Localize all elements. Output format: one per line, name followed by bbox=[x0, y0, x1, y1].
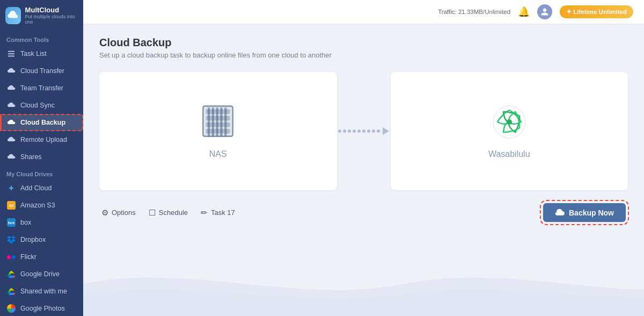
dot6 bbox=[362, 130, 365, 133]
task-button[interactable]: ✏ Task 17 bbox=[201, 208, 235, 218]
shared-with-me-label: Shared with me bbox=[20, 288, 67, 295]
arrow-head bbox=[383, 127, 389, 135]
team-transfer-label: Team Transfer bbox=[20, 84, 63, 92]
sidebar-item-remote-upload[interactable]: Remote Upload bbox=[0, 131, 83, 148]
amazon-s3-label: Amazon S3 bbox=[20, 202, 55, 209]
page-subtitle: Set up a cloud backup task to backup onl… bbox=[99, 51, 628, 59]
dot2 bbox=[343, 130, 346, 133]
topbar: Traffic: 21.33MB/Unlimited 🔔 ✦ Lifetime … bbox=[83, 0, 644, 24]
common-tools-heading: Common Tools bbox=[0, 31, 83, 45]
task-edit-icon: ✏ bbox=[201, 208, 208, 218]
user-avatar[interactable] bbox=[537, 4, 552, 19]
backup-now-cloud-icon bbox=[555, 208, 565, 217]
team-transfer-icon bbox=[6, 83, 16, 93]
sidebar-item-box[interactable]: box box bbox=[0, 214, 83, 231]
remote-upload-icon bbox=[6, 135, 16, 145]
sidebar-item-amazon-s3[interactable]: S3 Amazon S3 bbox=[0, 197, 83, 214]
backup-panels: NAS bbox=[99, 72, 628, 190]
backup-now-button[interactable]: Backup Now bbox=[543, 203, 626, 222]
google-photos-icon bbox=[6, 304, 16, 313]
source-panel[interactable]: NAS bbox=[99, 72, 337, 190]
sidebar-item-task-list[interactable]: Task List bbox=[0, 45, 83, 62]
sidebar-item-cloud-sync[interactable]: Cloud Sync bbox=[0, 97, 83, 114]
cloud-transfer-label: Cloud Transfer bbox=[20, 67, 64, 75]
logo-name: MultCloud bbox=[25, 6, 78, 14]
add-cloud-icon: + bbox=[6, 183, 16, 193]
sidebar-item-shared-with-me[interactable]: Shared with me bbox=[0, 283, 83, 300]
transfer-arrow bbox=[337, 127, 391, 135]
dot5 bbox=[357, 130, 361, 133]
backup-now-label: Backup Now bbox=[569, 209, 614, 217]
schedule-checkbox-icon: ☐ bbox=[149, 208, 156, 218]
shared-with-me-icon bbox=[6, 286, 16, 296]
arrow-dots bbox=[338, 127, 389, 135]
dest-label: Wasabilulu bbox=[488, 149, 530, 159]
backup-toolbar: ⚙ Options ☐ Schedule ✏ Task 17 bbox=[99, 203, 628, 222]
logo-area[interactable]: MultCloud Put multiple clouds into one bbox=[0, 0, 83, 31]
svg-rect-2 bbox=[8, 56, 14, 57]
remote-upload-label: Remote Upload bbox=[20, 136, 67, 143]
options-label: Options bbox=[112, 209, 136, 217]
sidebar-item-flickr[interactable]: Flickr bbox=[0, 248, 83, 265]
svg-rect-12 bbox=[221, 107, 223, 136]
dest-panel[interactable]: Wasabilulu bbox=[391, 72, 628, 190]
dot7 bbox=[367, 130, 370, 133]
lifetime-unlimited-button[interactable]: ✦ Lifetime Unlimited bbox=[560, 5, 633, 18]
logo-text-block: MultCloud Put multiple clouds into one bbox=[25, 6, 78, 25]
sidebar-item-cloud-backup[interactable]: Cloud Backup bbox=[0, 114, 83, 131]
wasabi-dest-icon bbox=[491, 103, 528, 141]
source-label: NAS bbox=[209, 149, 227, 159]
sidebar: MultCloud Put multiple clouds into one C… bbox=[0, 0, 83, 316]
shares-icon bbox=[6, 152, 16, 162]
cloud-sync-icon bbox=[6, 100, 16, 110]
cloud-transfer-icon bbox=[6, 66, 16, 76]
cloud-backup-label: Cloud Backup bbox=[20, 119, 65, 126]
svg-rect-11 bbox=[216, 107, 218, 136]
dot3 bbox=[348, 130, 351, 133]
notification-bell-icon[interactable]: 🔔 bbox=[518, 6, 530, 18]
cloud-sync-label: Cloud Sync bbox=[20, 102, 55, 109]
content-area: Cloud Backup Set up a cloud backup task … bbox=[83, 24, 644, 316]
sidebar-item-dropbox[interactable]: Dropbox bbox=[0, 231, 83, 248]
logo-icon bbox=[5, 7, 21, 24]
task-label: Task 17 bbox=[211, 209, 235, 217]
svg-rect-9 bbox=[208, 107, 210, 136]
options-gear-icon: ⚙ bbox=[101, 208, 108, 218]
google-drive-icon bbox=[6, 269, 16, 279]
google-drive-label: Google Drive bbox=[20, 270, 60, 278]
svg-rect-0 bbox=[8, 51, 14, 52]
svg-point-16 bbox=[507, 119, 512, 125]
cloud-backup-icon bbox=[6, 118, 16, 127]
box-label: box bbox=[20, 219, 31, 226]
flickr-icon bbox=[6, 252, 16, 262]
svg-rect-10 bbox=[212, 107, 214, 136]
sidebar-item-team-transfer[interactable]: Team Transfer bbox=[0, 80, 83, 97]
sidebar-item-add-cloud[interactable]: + Add Cloud bbox=[0, 179, 83, 197]
box-icon: box bbox=[6, 218, 16, 227]
cloud-drives-heading: My Cloud Drives bbox=[0, 166, 83, 179]
dropbox-label: Dropbox bbox=[20, 236, 46, 243]
dot1 bbox=[338, 130, 341, 133]
toolbar-left: ⚙ Options ☐ Schedule ✏ Task 17 bbox=[101, 208, 235, 218]
logo-tagline: Put multiple clouds into one bbox=[25, 14, 78, 25]
main-area: Traffic: 21.33MB/Unlimited 🔔 ✦ Lifetime … bbox=[83, 0, 644, 316]
sidebar-item-google-drive[interactable]: Google Drive bbox=[0, 265, 83, 283]
schedule-button[interactable]: ☐ Schedule bbox=[149, 208, 188, 218]
task-list-icon bbox=[6, 49, 16, 59]
dot9 bbox=[377, 130, 380, 133]
page-title: Cloud Backup bbox=[99, 37, 628, 49]
options-button[interactable]: ⚙ Options bbox=[101, 208, 136, 218]
sidebar-item-cloud-transfer[interactable]: Cloud Transfer bbox=[0, 62, 83, 80]
sidebar-item-google-photos[interactable]: Google Photos bbox=[0, 300, 83, 316]
nas-icon bbox=[199, 104, 237, 139]
svg-rect-1 bbox=[8, 53, 14, 54]
dropbox-icon bbox=[6, 235, 16, 245]
sidebar-item-shares[interactable]: Shares bbox=[0, 148, 83, 166]
amazon-s3-icon: S3 bbox=[6, 200, 16, 210]
flickr-label: Flickr bbox=[20, 253, 36, 261]
shares-label: Shares bbox=[20, 153, 42, 161]
dot8 bbox=[372, 130, 375, 133]
wave-decoration bbox=[83, 252, 644, 316]
schedule-label: Schedule bbox=[159, 209, 188, 217]
task-list-label: Task List bbox=[20, 50, 47, 58]
